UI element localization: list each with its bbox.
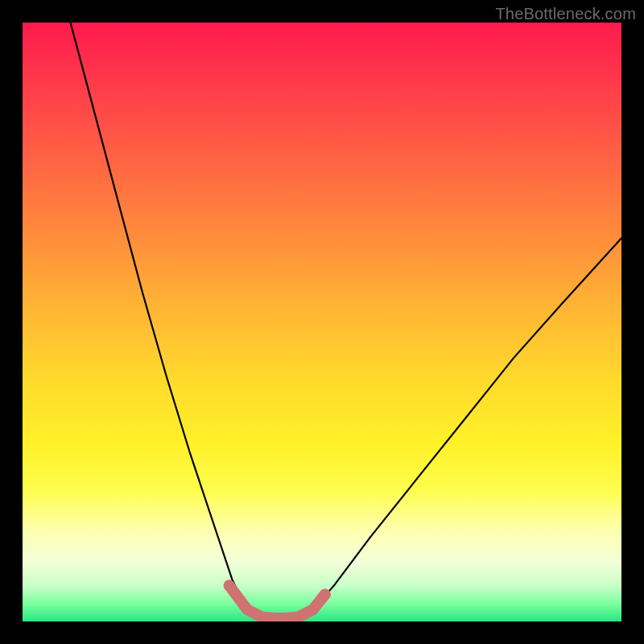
chart-svg [23, 23, 621, 621]
bottleneck-curve [71, 23, 622, 618]
optimum-highlight [229, 585, 325, 618]
optimum-endpoint-right [320, 589, 331, 601]
chart-plot-area [23, 23, 621, 621]
watermark-text: TheBottleneck.com [495, 5, 636, 23]
optimum-endpoint-left [224, 580, 235, 591]
